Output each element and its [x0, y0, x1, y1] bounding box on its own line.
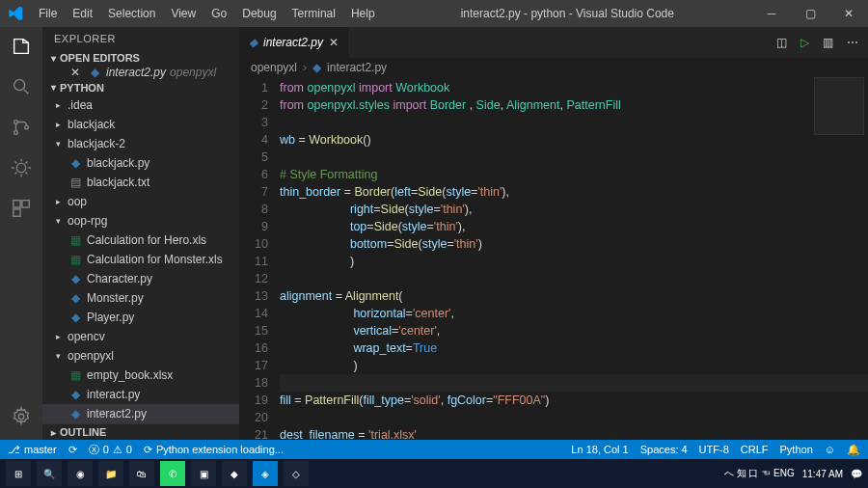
code-content[interactable]: from openpyxl import Workbookfrom openpy…	[280, 77, 868, 440]
svg-point-0	[14, 80, 25, 91]
chrome-icon[interactable]: ◉	[68, 461, 93, 486]
section-outline[interactable]: ▸OUTLINE	[42, 423, 239, 440]
folder-name: blackjack-2	[68, 137, 125, 150]
search-icon[interactable]: 🔍	[37, 461, 62, 486]
vscode-icon[interactable]: ◈	[253, 461, 278, 486]
menu-edit[interactable]: Edit	[65, 0, 100, 27]
start-button[interactable]: ⊞	[6, 461, 31, 486]
explorer-icon[interactable]	[10, 35, 33, 58]
unknown-app-icon[interactable]: ◆	[222, 461, 247, 486]
menu-terminal[interactable]: Terminal	[285, 0, 343, 27]
menu-selection[interactable]: Selection	[100, 0, 163, 27]
more-icon[interactable]: ⋯	[847, 36, 858, 49]
tree-item[interactable]: ◆blackjack.py	[42, 153, 239, 173]
notifications-icon[interactable]: 🔔	[847, 444, 860, 456]
encoding[interactable]: UTF-8	[699, 444, 729, 456]
close-icon[interactable]: ✕	[68, 66, 83, 79]
minimize-button[interactable]: ─	[752, 0, 791, 27]
code-editor[interactable]: 1234567891011121314151617181920212223242…	[239, 77, 868, 440]
menu-help[interactable]: Help	[343, 0, 383, 27]
file-name: blackjack.txt	[87, 176, 149, 189]
feedback-icon[interactable]: ☺	[825, 444, 835, 456]
tree-item[interactable]: ◆interact2.py	[42, 404, 239, 423]
file-name: Player.py	[87, 311, 134, 324]
section-workspace[interactable]: ▾PYTHON	[42, 80, 239, 95]
svg-rect-5	[14, 201, 20, 207]
tree-item[interactable]: ▤blackjack.txt	[42, 173, 239, 192]
tree-item[interactable]: ▦Calculation for Hero.xls	[42, 230, 239, 250]
split-editor-icon[interactable]: ◫	[776, 36, 787, 49]
source-control-icon[interactable]	[10, 116, 33, 139]
tree-item[interactable]: ▸oop	[42, 192, 239, 211]
indentation[interactable]: Spaces: 4	[640, 444, 688, 456]
terminal-icon[interactable]: ▣	[191, 461, 216, 486]
tree-item[interactable]: ▸blackjack	[42, 115, 239, 134]
search-icon[interactable]	[10, 75, 33, 98]
section-label: PYTHON	[60, 82, 104, 94]
open-editor-item[interactable]: ✕ ◆ interact2.py openpyxl	[42, 66, 239, 80]
tray-icons[interactable]: へ 知 口 ☜ ENG	[724, 467, 795, 480]
tab-bar: ◆ interact2.py ✕ ◫ ▷ ▥ ⋯	[239, 27, 868, 58]
svg-rect-7	[14, 209, 20, 216]
git-branch[interactable]: ⎇master	[8, 444, 57, 456]
breadcrumbs[interactable]: openpyxl › ◆ interact2.py	[239, 58, 868, 77]
extensions-icon[interactable]	[10, 197, 33, 220]
menu-view[interactable]: View	[163, 0, 203, 27]
tree-item[interactable]: ▾openpyxl	[42, 346, 239, 366]
whatsapp-icon[interactable]: ✆	[160, 461, 185, 486]
eol[interactable]: CRLF	[741, 444, 769, 456]
run-icon[interactable]: ▷	[800, 36, 809, 49]
file-name: empty_book.xlsx	[87, 368, 173, 382]
tree-item[interactable]: ▾blackjack-2	[42, 134, 239, 153]
folder-name: oop	[68, 195, 87, 208]
problems[interactable]: ⓧ0 ⚠0	[89, 443, 132, 457]
file-icon: ◆	[68, 156, 83, 170]
breadcrumb-item[interactable]: openpyxl	[251, 61, 297, 74]
menu-go[interactable]: Go	[203, 0, 234, 27]
python-file-icon: ◆	[312, 61, 321, 74]
file-icon: ◆	[68, 311, 83, 324]
tree-item[interactable]: ▸.idea	[42, 95, 239, 115]
line-gutter: 1234567891011121314151617181920212223242…	[239, 77, 280, 440]
chevron-icon: ▸	[56, 197, 68, 206]
svg-point-4	[16, 163, 25, 172]
tree-item[interactable]: ◆Player.py	[42, 308, 239, 327]
layout-icon[interactable]: ▥	[823, 36, 833, 49]
sync-icon[interactable]: ⟳	[68, 444, 77, 456]
chevron-icon: ▸	[56, 120, 68, 129]
breadcrumb-item[interactable]: interact2.py	[327, 61, 387, 74]
notifications-icon[interactable]: 💬	[851, 469, 862, 479]
chevron-right-icon: ›	[303, 61, 307, 74]
tree-item[interactable]: ◆Monster.py	[42, 288, 239, 308]
debug-icon[interactable]	[10, 156, 33, 179]
tree-item[interactable]: ◆Character.py	[42, 269, 239, 288]
tree-item[interactable]: ▦empty_book.xlsx	[42, 366, 239, 385]
minimap[interactable]	[814, 77, 864, 135]
store-icon[interactable]: 🛍	[129, 461, 154, 486]
cursor-position[interactable]: Ln 18, Col 1	[571, 444, 628, 456]
close-button[interactable]: ✕	[829, 0, 868, 27]
python-loading[interactable]: ⟳Python extension loading...	[144, 444, 284, 456]
system-tray[interactable]: へ 知 口 ☜ ENG 11:47 AM 💬	[724, 467, 862, 480]
tree-item[interactable]: ▾oop-rpg	[42, 211, 239, 230]
svg-point-2	[14, 131, 18, 135]
maximize-button[interactable]: ▢	[791, 0, 829, 27]
file-explorer-icon[interactable]: 📁	[98, 461, 123, 486]
clock[interactable]: 11:47 AM	[802, 469, 843, 479]
menu-debug[interactable]: Debug	[234, 0, 284, 27]
chevron-icon: ▸	[56, 100, 68, 110]
editor-tab[interactable]: ◆ interact2.py ✕	[239, 27, 349, 58]
svg-point-8	[18, 414, 24, 420]
close-icon[interactable]: ✕	[329, 36, 339, 49]
app-icon[interactable]: ◇	[284, 461, 309, 486]
tree-item[interactable]: ▸opencv	[42, 327, 239, 346]
tab-label: interact2.py	[263, 36, 323, 49]
tree-item[interactable]: ◆interact.py	[42, 385, 239, 404]
section-open-editors[interactable]: ▾OPEN EDITORS	[42, 50, 239, 66]
vscode-logo-icon	[0, 6, 31, 21]
tree-item[interactable]: ▦Calculation for Monster.xls	[42, 250, 239, 269]
language-mode[interactable]: Python	[780, 444, 813, 456]
settings-gear-icon[interactable]	[10, 405, 33, 428]
menu-file[interactable]: File	[31, 0, 65, 27]
folder-name: oop-rpg	[68, 214, 107, 228]
